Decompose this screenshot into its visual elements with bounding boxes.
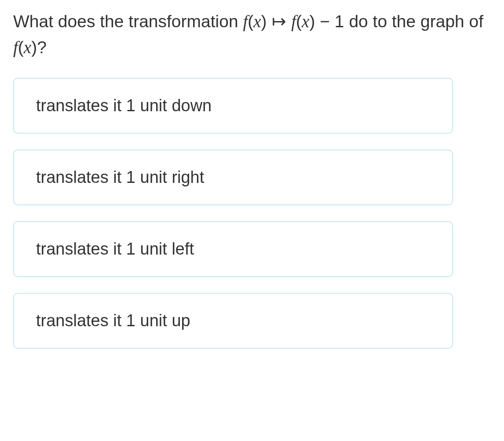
question-x3: x xyxy=(24,38,31,57)
question-part2: ) − 1 do to the graph of xyxy=(309,12,483,31)
answer-option-2[interactable]: translates it 1 unit right xyxy=(13,149,453,205)
question-f2: f xyxy=(291,12,296,31)
question-text: What does the transformation f(x) ↦ f(x)… xyxy=(13,9,491,60)
question-paren5: ( xyxy=(18,38,24,57)
question-paren3: ( xyxy=(296,12,302,31)
answer-list: translates it 1 unit down translates it … xyxy=(13,78,453,349)
question-part1: What does the transformation xyxy=(13,12,243,31)
question-f3: f xyxy=(13,38,18,57)
answer-option-3[interactable]: translates it 1 unit left xyxy=(13,221,453,277)
mapsto-icon: ↦ xyxy=(271,9,286,35)
question-x2: x xyxy=(302,12,309,31)
question-paren6: )? xyxy=(31,38,47,57)
answer-label: translates it 1 unit down xyxy=(36,96,212,115)
question-f1: f xyxy=(243,12,248,31)
question-paren2: ) xyxy=(261,12,272,31)
answer-option-1[interactable]: translates it 1 unit down xyxy=(13,78,453,134)
answer-label: translates it 1 unit right xyxy=(36,168,204,186)
answer-label: translates it 1 unit up xyxy=(36,311,190,330)
question-sp xyxy=(286,12,291,31)
answer-label: translates it 1 unit left xyxy=(36,240,194,258)
answer-option-4[interactable]: translates it 1 unit up xyxy=(13,293,453,349)
question-x1: x xyxy=(253,12,261,31)
question-paren1: ( xyxy=(248,12,253,31)
